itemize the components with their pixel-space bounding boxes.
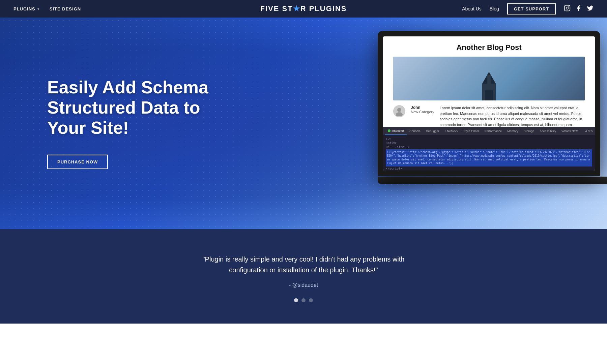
svg-point-2 [569,6,569,7]
devtools-tab-whatsnew[interactable]: What's New [559,127,580,135]
nav-plugins[interactable]: PLUGINS ▾ [13,6,39,11]
svg-point-8 [396,112,403,116]
svg-rect-5 [487,75,491,85]
nav-about-link[interactable]: About Us [462,6,482,11]
chevron-down-icon: ▾ [37,7,39,11]
laptop-base [378,177,607,184]
nav-blog-link[interactable]: Blog [490,6,499,11]
facebook-icon[interactable] [575,5,582,13]
nav-left: PLUGINS ▾ SITE DESIGN [13,6,81,11]
laptop-mockup: Another Blog Post [378,31,607,226]
blog-author-info: John New Category [411,105,434,127]
devtools-tab-storage[interactable]: Storage [521,127,537,135]
devtools-tab-style[interactable]: Style Editor [461,127,482,135]
instagram-icon[interactable] [564,5,571,13]
blog-post-image [393,57,585,100]
blog-author-name: John [411,105,434,110]
testimonial-dot-3[interactable] [309,298,313,302]
blog-post-area: Another Blog Post [383,36,595,127]
code-line-2: </div> [386,141,397,145]
site-logo[interactable]: FIVE ST★R PLUGINS [260,4,347,13]
devtools-tabs: Inspector Console Debugger ↕ Network Sty… [383,127,595,135]
devtools-code: son </div> <!-- .site--> [{"@context":"h… [383,135,595,171]
plugins-label: PLUGINS [13,6,35,11]
church-illustration [475,70,502,100]
svg-rect-6 [485,90,493,100]
code-closing: </script> [386,167,402,170]
navbar: PLUGINS ▾ SITE DESIGN FIVE ST★R PLUGINS … [0,0,607,18]
testimonial-dots [294,298,313,302]
hero-headline: Easily Add Schema Structured Data to You… [47,78,223,138]
testimonial-author: - @sidaudet [289,282,318,288]
logo-star: ★ [293,4,300,13]
logo-text-prefix: FIVE ST [260,4,293,13]
avatar [393,105,405,117]
devtools-area: Inspector Console Debugger ↕ Network Sty… [383,127,595,171]
devtools-tab-network[interactable]: ↕ Network [442,127,461,135]
devtools-tab-accessibility[interactable]: Accessibility [537,127,559,135]
svg-rect-0 [565,5,570,11]
testimonial-dot-1[interactable] [294,298,298,302]
blog-meta-row: John New Category Lorem ipsum dolor sit … [393,105,585,127]
inspector-dot [388,129,391,132]
logo-text-suffix: R PLUGINS [300,4,347,13]
testimonial-dot-2[interactable] [301,298,306,302]
code-line-1: son [386,137,391,140]
avatar-image [395,107,404,116]
get-support-button[interactable]: GET SUPPORT [507,3,556,14]
testimonial-quote: "Plugin is really simple and very cool! … [185,254,422,275]
testimonial-section: "Plugin is really simple and very cool! … [0,229,607,324]
devtools-counter: 4 of 5 [585,129,593,133]
svg-point-1 [566,7,569,9]
devtools-tab-inspector[interactable]: Inspector [385,127,407,135]
social-icons [564,5,594,13]
twitter-icon[interactable] [587,5,594,13]
hero-content: Easily Add Schema Structured Data to You… [47,78,223,169]
blog-post-title: Another Blog Post [393,43,585,52]
devtools-tab-debugger[interactable]: Debugger [423,127,442,135]
code-line-3: <!-- .site--> [386,145,409,149]
code-highlight: [{"@context":"http://schema.org","@type"… [386,149,592,166]
nav-site-design[interactable]: SITE DESIGN [50,6,81,11]
devtools-tab-memory[interactable]: Memory [504,127,521,135]
blog-category: New Category [411,110,434,114]
devtools-tab-performance[interactable]: Performance [482,127,505,135]
laptop-screen-outer: Another Blog Post [378,31,600,176]
purchase-now-button[interactable]: PURCHASE NOW [47,155,108,169]
blog-text: Lorem ipsum dolor sit amet, consectetur … [440,105,585,127]
hero-section: Easily Add Schema Structured Data to You… [0,18,607,229]
laptop-screen: Another Blog Post [383,36,595,171]
nav-right: About Us Blog GET SUPPORT [462,3,594,14]
devtools-tab-console[interactable]: Console [407,127,423,135]
svg-point-7 [397,108,401,112]
